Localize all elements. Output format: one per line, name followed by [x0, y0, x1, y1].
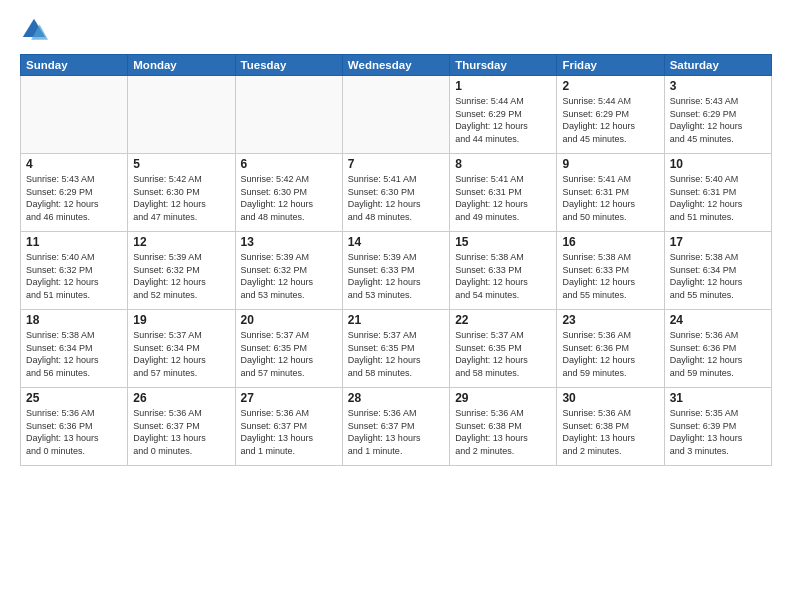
- calendar-cell: 20Sunrise: 5:37 AM Sunset: 6:35 PM Dayli…: [235, 310, 342, 388]
- day-number: 4: [26, 157, 122, 171]
- day-number: 16: [562, 235, 658, 249]
- day-number: 24: [670, 313, 766, 327]
- calendar-cell: 29Sunrise: 5:36 AM Sunset: 6:38 PM Dayli…: [450, 388, 557, 466]
- calendar-cell: 7Sunrise: 5:41 AM Sunset: 6:30 PM Daylig…: [342, 154, 449, 232]
- day-number: 7: [348, 157, 444, 171]
- calendar-header-sunday: Sunday: [21, 55, 128, 76]
- day-info: Sunrise: 5:43 AM Sunset: 6:29 PM Dayligh…: [670, 95, 766, 145]
- day-number: 30: [562, 391, 658, 405]
- calendar-cell: 21Sunrise: 5:37 AM Sunset: 6:35 PM Dayli…: [342, 310, 449, 388]
- calendar-week-row: 11Sunrise: 5:40 AM Sunset: 6:32 PM Dayli…: [21, 232, 772, 310]
- calendar-cell: 1Sunrise: 5:44 AM Sunset: 6:29 PM Daylig…: [450, 76, 557, 154]
- logo-icon: [20, 16, 48, 44]
- calendar-cell: 12Sunrise: 5:39 AM Sunset: 6:32 PM Dayli…: [128, 232, 235, 310]
- day-info: Sunrise: 5:41 AM Sunset: 6:31 PM Dayligh…: [455, 173, 551, 223]
- day-info: Sunrise: 5:38 AM Sunset: 6:33 PM Dayligh…: [562, 251, 658, 301]
- calendar-header-saturday: Saturday: [664, 55, 771, 76]
- day-number: 13: [241, 235, 337, 249]
- day-info: Sunrise: 5:36 AM Sunset: 6:37 PM Dayligh…: [348, 407, 444, 457]
- header: [20, 16, 772, 44]
- calendar-cell: 18Sunrise: 5:38 AM Sunset: 6:34 PM Dayli…: [21, 310, 128, 388]
- day-number: 2: [562, 79, 658, 93]
- calendar-cell: 31Sunrise: 5:35 AM Sunset: 6:39 PM Dayli…: [664, 388, 771, 466]
- day-number: 3: [670, 79, 766, 93]
- day-info: Sunrise: 5:41 AM Sunset: 6:31 PM Dayligh…: [562, 173, 658, 223]
- day-info: Sunrise: 5:35 AM Sunset: 6:39 PM Dayligh…: [670, 407, 766, 457]
- day-number: 20: [241, 313, 337, 327]
- calendar-cell: [21, 76, 128, 154]
- day-info: Sunrise: 5:44 AM Sunset: 6:29 PM Dayligh…: [455, 95, 551, 145]
- day-number: 15: [455, 235, 551, 249]
- day-number: 21: [348, 313, 444, 327]
- calendar-cell: 23Sunrise: 5:36 AM Sunset: 6:36 PM Dayli…: [557, 310, 664, 388]
- day-info: Sunrise: 5:43 AM Sunset: 6:29 PM Dayligh…: [26, 173, 122, 223]
- day-info: Sunrise: 5:36 AM Sunset: 6:38 PM Dayligh…: [455, 407, 551, 457]
- day-info: Sunrise: 5:37 AM Sunset: 6:34 PM Dayligh…: [133, 329, 229, 379]
- calendar-table: SundayMondayTuesdayWednesdayThursdayFrid…: [20, 54, 772, 466]
- day-number: 29: [455, 391, 551, 405]
- day-info: Sunrise: 5:36 AM Sunset: 6:36 PM Dayligh…: [562, 329, 658, 379]
- calendar-cell: 10Sunrise: 5:40 AM Sunset: 6:31 PM Dayli…: [664, 154, 771, 232]
- day-info: Sunrise: 5:37 AM Sunset: 6:35 PM Dayligh…: [455, 329, 551, 379]
- calendar-header-monday: Monday: [128, 55, 235, 76]
- calendar-cell: 13Sunrise: 5:39 AM Sunset: 6:32 PM Dayli…: [235, 232, 342, 310]
- calendar-cell: [235, 76, 342, 154]
- calendar-cell: 8Sunrise: 5:41 AM Sunset: 6:31 PM Daylig…: [450, 154, 557, 232]
- day-info: Sunrise: 5:44 AM Sunset: 6:29 PM Dayligh…: [562, 95, 658, 145]
- day-number: 12: [133, 235, 229, 249]
- calendar-week-row: 25Sunrise: 5:36 AM Sunset: 6:36 PM Dayli…: [21, 388, 772, 466]
- calendar-cell: 24Sunrise: 5:36 AM Sunset: 6:36 PM Dayli…: [664, 310, 771, 388]
- day-number: 14: [348, 235, 444, 249]
- calendar-header-friday: Friday: [557, 55, 664, 76]
- calendar-cell: 15Sunrise: 5:38 AM Sunset: 6:33 PM Dayli…: [450, 232, 557, 310]
- day-number: 1: [455, 79, 551, 93]
- calendar-cell: 28Sunrise: 5:36 AM Sunset: 6:37 PM Dayli…: [342, 388, 449, 466]
- calendar-cell: 17Sunrise: 5:38 AM Sunset: 6:34 PM Dayli…: [664, 232, 771, 310]
- calendar-cell: 30Sunrise: 5:36 AM Sunset: 6:38 PM Dayli…: [557, 388, 664, 466]
- day-number: 6: [241, 157, 337, 171]
- calendar-cell: 14Sunrise: 5:39 AM Sunset: 6:33 PM Dayli…: [342, 232, 449, 310]
- day-number: 17: [670, 235, 766, 249]
- page: SundayMondayTuesdayWednesdayThursdayFrid…: [0, 0, 792, 612]
- day-number: 11: [26, 235, 122, 249]
- day-info: Sunrise: 5:40 AM Sunset: 6:31 PM Dayligh…: [670, 173, 766, 223]
- calendar-header-wednesday: Wednesday: [342, 55, 449, 76]
- calendar-cell: 16Sunrise: 5:38 AM Sunset: 6:33 PM Dayli…: [557, 232, 664, 310]
- calendar-cell: 19Sunrise: 5:37 AM Sunset: 6:34 PM Dayli…: [128, 310, 235, 388]
- day-info: Sunrise: 5:38 AM Sunset: 6:33 PM Dayligh…: [455, 251, 551, 301]
- day-info: Sunrise: 5:39 AM Sunset: 6:32 PM Dayligh…: [133, 251, 229, 301]
- day-info: Sunrise: 5:39 AM Sunset: 6:33 PM Dayligh…: [348, 251, 444, 301]
- calendar-week-row: 18Sunrise: 5:38 AM Sunset: 6:34 PM Dayli…: [21, 310, 772, 388]
- calendar-week-row: 4Sunrise: 5:43 AM Sunset: 6:29 PM Daylig…: [21, 154, 772, 232]
- calendar-cell: [342, 76, 449, 154]
- calendar-cell: 26Sunrise: 5:36 AM Sunset: 6:37 PM Dayli…: [128, 388, 235, 466]
- calendar-header-thursday: Thursday: [450, 55, 557, 76]
- day-number: 19: [133, 313, 229, 327]
- day-number: 23: [562, 313, 658, 327]
- calendar-cell: 25Sunrise: 5:36 AM Sunset: 6:36 PM Dayli…: [21, 388, 128, 466]
- calendar-cell: [128, 76, 235, 154]
- calendar-cell: 2Sunrise: 5:44 AM Sunset: 6:29 PM Daylig…: [557, 76, 664, 154]
- calendar-cell: 4Sunrise: 5:43 AM Sunset: 6:29 PM Daylig…: [21, 154, 128, 232]
- day-number: 22: [455, 313, 551, 327]
- day-number: 28: [348, 391, 444, 405]
- day-info: Sunrise: 5:38 AM Sunset: 6:34 PM Dayligh…: [26, 329, 122, 379]
- logo: [20, 16, 50, 44]
- calendar-header-row: SundayMondayTuesdayWednesdayThursdayFrid…: [21, 55, 772, 76]
- calendar-cell: 22Sunrise: 5:37 AM Sunset: 6:35 PM Dayli…: [450, 310, 557, 388]
- calendar-cell: 11Sunrise: 5:40 AM Sunset: 6:32 PM Dayli…: [21, 232, 128, 310]
- day-info: Sunrise: 5:37 AM Sunset: 6:35 PM Dayligh…: [348, 329, 444, 379]
- day-info: Sunrise: 5:40 AM Sunset: 6:32 PM Dayligh…: [26, 251, 122, 301]
- day-number: 8: [455, 157, 551, 171]
- day-number: 27: [241, 391, 337, 405]
- calendar-week-row: 1Sunrise: 5:44 AM Sunset: 6:29 PM Daylig…: [21, 76, 772, 154]
- calendar-cell: 9Sunrise: 5:41 AM Sunset: 6:31 PM Daylig…: [557, 154, 664, 232]
- calendar-header-tuesday: Tuesday: [235, 55, 342, 76]
- calendar-cell: 3Sunrise: 5:43 AM Sunset: 6:29 PM Daylig…: [664, 76, 771, 154]
- day-info: Sunrise: 5:39 AM Sunset: 6:32 PM Dayligh…: [241, 251, 337, 301]
- calendar-cell: 5Sunrise: 5:42 AM Sunset: 6:30 PM Daylig…: [128, 154, 235, 232]
- day-number: 9: [562, 157, 658, 171]
- day-info: Sunrise: 5:36 AM Sunset: 6:36 PM Dayligh…: [670, 329, 766, 379]
- day-number: 31: [670, 391, 766, 405]
- day-info: Sunrise: 5:36 AM Sunset: 6:36 PM Dayligh…: [26, 407, 122, 457]
